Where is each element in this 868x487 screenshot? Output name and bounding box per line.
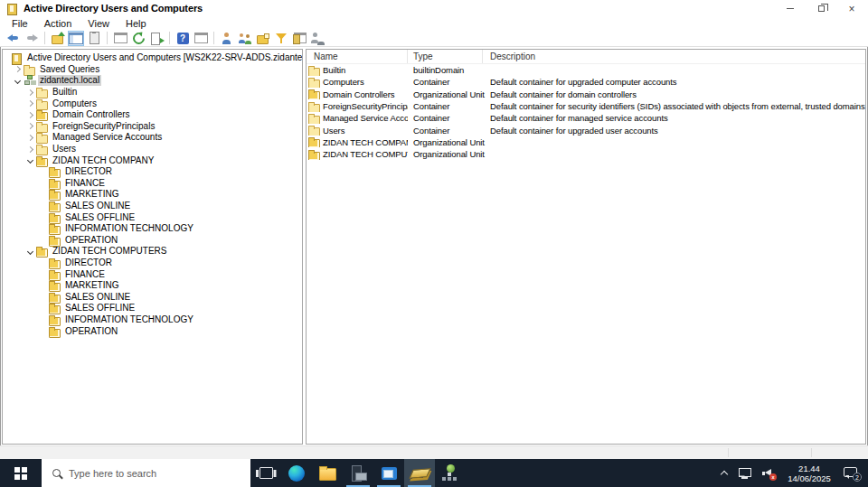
chevron-right-icon[interactable]	[24, 101, 36, 106]
chevron-right-icon[interactable]	[24, 113, 36, 117]
list-row[interactable]: ForeignSecurityPrincipalsContainerDefaul…	[307, 100, 865, 112]
tree-item[interactable]: ZIDAN TECH COMPANY	[3, 155, 302, 166]
filter-icon[interactable]	[273, 31, 289, 46]
taskbar-app-computer-management[interactable]	[373, 459, 404, 487]
new-group-icon[interactable]	[237, 31, 253, 46]
volume-muted-icon[interactable]	[761, 467, 775, 479]
system-tray: 21.44 14/06/2025 2	[720, 459, 868, 487]
network-icon[interactable]	[738, 468, 751, 479]
tree-item[interactable]: zidantech.local	[3, 75, 302, 87]
tree-item[interactable]: MARKETING	[3, 280, 302, 292]
help-icon[interactable]	[175, 31, 191, 46]
taskbar-app-ad-sites[interactable]	[435, 459, 466, 487]
tree-item[interactable]: Computers	[3, 98, 302, 109]
list-row[interactable]: Domain ControllersOrganizational UnitDef…	[307, 89, 865, 100]
add-to-group-icon[interactable]	[309, 31, 326, 46]
tree-item[interactable]: INFORMATION TECHNOLOGY	[3, 223, 302, 235]
tree-item[interactable]: Managed Service Accounts	[3, 132, 302, 144]
tree-item-label: Domain Controllers	[51, 109, 132, 120]
tree-item[interactable]: Users	[3, 144, 302, 155]
menu-help[interactable]: Help	[118, 18, 155, 29]
tree-item[interactable]: SALES ONLINE	[3, 291, 302, 303]
tree-item[interactable]: Builtin	[3, 87, 302, 98]
row-type: Container	[408, 113, 483, 123]
ou-icon	[49, 314, 61, 325]
chevron-right-icon[interactable]	[24, 90, 36, 95]
properties-icon[interactable]	[86, 31, 102, 46]
menu-view[interactable]: View	[80, 18, 118, 29]
list-row[interactable]: ZIDAN TECH COMPUTERSOrganizational Unit	[307, 148, 865, 160]
search-input[interactable]: Type here to search	[42, 459, 250, 487]
list-row[interactable]: Managed Service AccountsContainerDefault…	[307, 112, 865, 124]
window-icon[interactable]	[112, 31, 128, 46]
chevron-down-icon[interactable]	[24, 158, 36, 163]
chevron-down-icon[interactable]	[24, 249, 36, 254]
taskbar-app-aduc-book[interactable]	[404, 459, 435, 487]
tree-item[interactable]: FINANCE	[3, 178, 302, 190]
row-type: Container	[408, 77, 483, 87]
tree-item[interactable]: FINANCE	[3, 268, 302, 280]
notification-center-icon[interactable]: 2	[844, 466, 859, 480]
folder-icon	[36, 98, 48, 109]
list-row[interactable]: ComputersContainerDefault container for …	[307, 76, 865, 88]
chevron-down-icon[interactable]	[12, 79, 24, 83]
menu-action[interactable]: Action	[36, 18, 80, 29]
column-header-name[interactable]: Name	[307, 50, 408, 63]
tree-item[interactable]: Domain Controllers	[3, 109, 302, 121]
new-user-icon[interactable]	[219, 31, 235, 46]
tree-item[interactable]: DIRECTOR	[3, 258, 302, 269]
menu-file[interactable]: File	[4, 18, 36, 29]
tree-item[interactable]: SALES OFFLINE	[3, 303, 302, 314]
export-list-icon[interactable]	[148, 31, 165, 46]
taskbar-app-file-explorer[interactable]	[312, 459, 343, 487]
taskbar-app-task-view[interactable]	[250, 459, 281, 487]
ou-icon	[49, 212, 61, 223]
chevron-right-icon[interactable]	[24, 136, 36, 140]
tree-item[interactable]: SALES OFFLINE	[3, 211, 302, 223]
folder-icon	[308, 101, 320, 112]
close-icon: ×	[848, 4, 854, 14]
tree-item[interactable]: ForeignSecurityPrincipals	[3, 121, 302, 133]
description-bar-icon[interactable]	[193, 31, 209, 46]
taskbar-apps	[250, 459, 466, 487]
tree-item[interactable]: INFORMATION TECHNOLOGY	[3, 314, 302, 326]
folder-icon	[36, 121, 48, 132]
chevron-right-icon[interactable]	[24, 124, 36, 128]
tree-item[interactable]: MARKETING	[3, 189, 302, 201]
list-row[interactable]: ZIDAN TECH COMPANYOrganizational Unit	[307, 136, 865, 148]
tray-overflow-chevron-icon[interactable]	[720, 469, 728, 477]
new-ou-icon[interactable]	[255, 31, 271, 46]
tree-item[interactable]: OPERATION	[3, 235, 302, 247]
edge-icon	[287, 464, 307, 483]
list-row[interactable]: UsersContainerDefault container for upgr…	[307, 124, 865, 136]
tree-item[interactable]: DIRECTOR	[3, 166, 302, 178]
advanced-icon[interactable]	[291, 31, 307, 46]
up-level-icon[interactable]	[50, 31, 66, 46]
list-row[interactable]: BuiltinbuiltinDomain	[307, 64, 865, 76]
tree-item[interactable]: ZIDAN TECH COMPUTERS	[3, 246, 302, 258]
taskbar-app-edge[interactable]	[281, 459, 312, 487]
start-button[interactable]	[0, 459, 42, 487]
console-tree-icon[interactable]	[68, 31, 84, 46]
tree-item[interactable]: OPERATION	[3, 325, 302, 337]
refresh-icon[interactable]	[130, 31, 146, 46]
tree-item[interactable]: SALES ONLINE	[3, 201, 302, 212]
taskbar-clock[interactable]: 21.44 14/06/2025	[785, 464, 834, 483]
ad-sites-icon	[440, 464, 460, 483]
chevron-right-icon[interactable]	[24, 147, 36, 152]
tree-item[interactable]: Active Directory Users and Computers [WS…	[3, 52, 302, 64]
column-header-type[interactable]: Type	[408, 50, 483, 63]
restore-icon	[818, 5, 825, 12]
back-icon[interactable]	[5, 31, 22, 46]
close-button[interactable]: ×	[836, 1, 867, 16]
minimize-button[interactable]	[775, 1, 806, 16]
chevron-right-icon[interactable]	[12, 67, 24, 71]
column-header-description[interactable]: Description	[483, 50, 865, 63]
taskbar-app-server-manager[interactable]	[343, 459, 373, 487]
forward-icon[interactable]	[24, 31, 40, 46]
tree-item[interactable]: Saved Queries	[3, 64, 302, 76]
task-view-icon	[256, 464, 276, 483]
tree-item-label: Computers	[51, 98, 99, 109]
restore-button[interactable]	[806, 1, 836, 16]
tree-item-label: SALES OFFLINE	[63, 303, 137, 314]
